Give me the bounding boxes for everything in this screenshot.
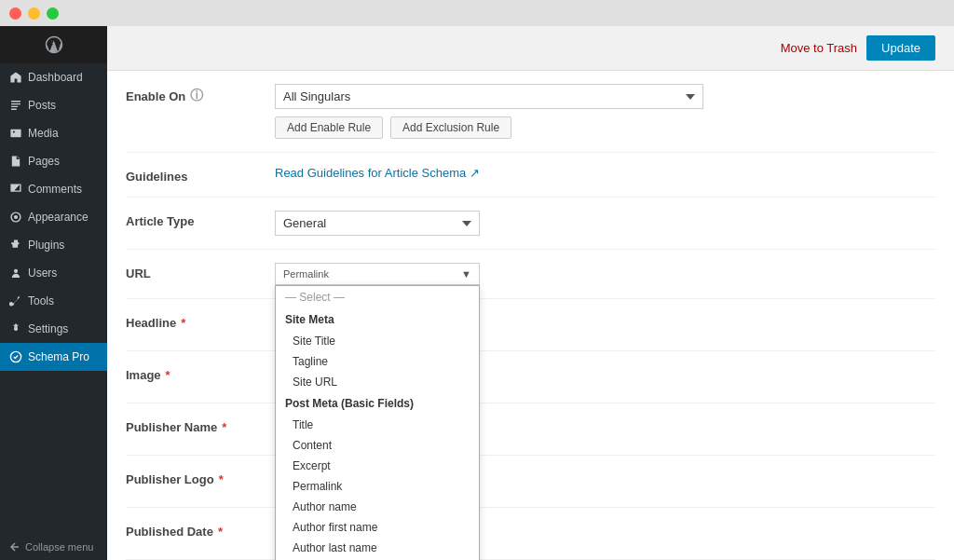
published-date-label: Published Date * [126,521,275,539]
sidebar-item-users[interactable]: Users [0,259,107,287]
app-layout: Dashboard Posts Media Pages Comments App… [0,26,954,560]
move-to-trash-link[interactable]: Move to Trash [781,41,857,55]
enable-on-select[interactable]: All Singulars [275,84,703,109]
dashboard-icon [9,71,22,84]
minimize-button[interactable] [28,7,40,20]
wordpress-icon [44,34,64,55]
pages-icon [9,155,22,168]
sidebar-item-label: Tools [28,294,54,307]
sidebar-item-tools[interactable]: Tools [0,287,107,315]
headline-required: * [181,316,185,330]
collapse-icon [9,541,20,553]
sidebar-item-label: Posts [28,99,56,112]
content-area: Move to Trash Update Enable On ⓘ All Sin… [107,26,954,560]
publisher-logo-label: Publisher Logo * [126,469,275,486]
guidelines-link[interactable]: Read Guidelines for Article Schema ↗ [275,166,935,180]
appearance-icon [9,211,22,224]
image-required: * [166,368,170,382]
enable-on-row: Enable On ⓘ All Singulars Add Enable Rul… [126,71,935,153]
sidebar-item-label: Settings [28,322,68,335]
enable-on-label: Enable On ⓘ [126,84,275,104]
article-type-label: Article Type [126,211,275,228]
media-icon [9,127,22,140]
published-date-required: * [218,525,223,539]
sidebar-item-media[interactable]: Media [0,119,107,147]
posts-icon [9,99,22,112]
sidebar-item-label: Media [28,127,59,140]
sidebar-item-comments[interactable]: Comments [0,175,107,203]
sidebar-item-label: Dashboard [28,71,83,84]
form-area: Enable On ⓘ All Singulars Add Enable Rul… [107,71,954,560]
dropdown-item-author-last-name[interactable]: Author last name [276,538,479,558]
svg-point-3 [14,269,18,273]
article-type-select[interactable]: General [275,211,480,236]
dropdown-item-permalink[interactable]: Permalink [276,476,479,497]
dropdown-item-tagline[interactable]: Tagline [276,351,479,372]
url-dropdown-wrapper: Permalink ▼ — Select — Site Meta Site Ti… [275,263,480,285]
dropdown-item-title[interactable]: Title [276,415,479,435]
article-type-field: General [275,211,935,236]
publisher-name-label: Publisher Name * [126,417,275,434]
close-button[interactable] [9,7,21,20]
url-dropdown-trigger[interactable]: Permalink ▼ [275,263,480,285]
collapse-menu[interactable]: Collapse menu [0,534,107,560]
dropdown-item-site-title[interactable]: Site Title [276,331,479,351]
rule-buttons: Add Enable Rule Add Exclusion Rule [275,116,935,139]
publisher-logo-row: Publisher Logo * [126,456,935,508]
sidebar-item-settings[interactable]: Settings [0,315,107,343]
published-date-row: Published Date * [126,508,935,560]
collapse-label: Collapse menu [25,541,93,553]
dropdown-item-site-url[interactable]: Site URL [276,372,479,392]
sidebar-item-posts[interactable]: Posts [0,91,107,119]
url-field: Permalink ▼ — Select — Site Meta Site Ti… [275,263,935,285]
dropdown-item-author-first-name[interactable]: Author first name [276,517,479,538]
comments-icon [9,183,22,196]
plugins-icon [9,239,22,252]
url-row: URL Permalink ▼ — Select — Site Meta Sit… [126,250,935,299]
sidebar-item-label: Comments [28,183,82,196]
sidebar-item-label: Schema Pro [28,350,89,363]
enable-on-info-icon[interactable]: ⓘ [190,88,203,104]
headline-row: Headline * [126,299,935,351]
dropdown-placeholder: — Select — [276,286,479,308]
article-type-row: Article Type General [126,198,935,250]
guidelines-field: Read Guidelines for Article Schema ↗ [275,166,935,180]
publisher-name-required: * [222,420,226,434]
group-label-site-meta: Site Meta [276,308,479,331]
sidebar-item-plugins[interactable]: Plugins [0,231,107,259]
guidelines-link-text: Read Guidelines for Article Schema [275,166,466,180]
sidebar-item-schema-pro[interactable]: Schema Pro [0,343,107,371]
sidebar-item-pages[interactable]: Pages [0,147,107,175]
guidelines-label: Guidelines [126,166,275,184]
enable-on-field: All Singulars Add Enable Rule Add Exclus… [275,84,935,139]
url-label: URL [126,263,275,280]
image-row: Image * [126,351,935,403]
external-link-icon: ↗ [470,166,480,180]
sidebar-item-appearance[interactable]: Appearance [0,203,107,231]
sidebar-item-label: Plugins [28,239,64,252]
sidebar: Dashboard Posts Media Pages Comments App… [0,26,107,560]
publisher-logo-required: * [219,472,224,486]
wp-logo[interactable] [0,26,107,63]
maximize-button[interactable] [47,7,59,20]
headline-label: Headline * [126,312,275,330]
sidebar-item-dashboard[interactable]: Dashboard [0,63,107,91]
svg-rect-0 [10,130,20,137]
schema-icon [9,350,22,363]
chevron-down-icon: ▼ [461,268,471,280]
update-button[interactable]: Update [866,35,935,61]
svg-point-2 [14,215,18,219]
image-label: Image * [126,364,275,382]
guidelines-row: Guidelines Read Guidelines for Article S… [126,153,935,198]
svg-point-1 [13,131,15,133]
sidebar-item-label: Pages [28,155,60,168]
dropdown-item-content[interactable]: Content [276,435,479,456]
dropdown-item-excerpt[interactable]: Excerpt [276,456,479,476]
add-exclusion-rule-button[interactable]: Add Exclusion Rule [390,116,511,139]
sidebar-item-label: Appearance [28,211,89,224]
add-enable-rule-button[interactable]: Add Enable Rule [275,116,383,139]
group-label-post-meta: Post Meta (Basic Fields) [276,392,479,415]
dropdown-item-author-name[interactable]: Author name [276,497,479,517]
url-dropdown-value: Permalink [283,268,329,280]
url-dropdown-menu: — Select — Site Meta Site Title Tagline … [275,285,480,560]
